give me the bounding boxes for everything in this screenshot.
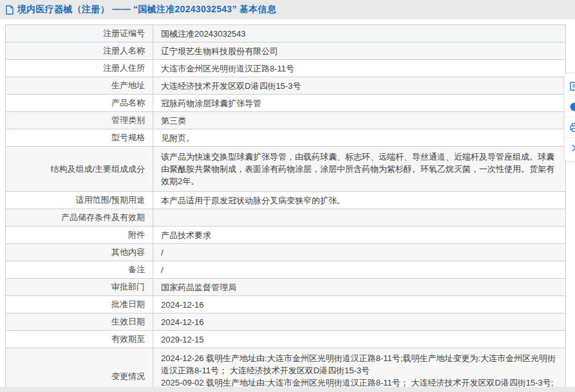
row-value: 第三类	[153, 112, 566, 129]
row-label: 结构及组成/主要组成成分	[6, 147, 153, 192]
row-value: 2024-12-16	[153, 313, 566, 331]
row-value: 国械注准20243032543	[153, 25, 566, 42]
registration-info-table: 注册证编号 国械注准20243032543 注册人名称 辽宁垠艺生物科技股份有限…	[5, 24, 566, 392]
printer-icon[interactable]	[565, 117, 575, 138]
row-label: 其他内容	[6, 244, 153, 261]
page: 境内医疗器械（注册） —— “国械注准20243032543” 基本信息 注册证…	[0, 0, 575, 392]
table-row-change-history: 变更情况 2024-12-26 载明生产地址由:大连市金州区光明街道汉正路8-1…	[6, 348, 566, 392]
table-row: 管理类别 第三类	[6, 112, 566, 129]
row-value	[153, 209, 566, 227]
row-label: 附件	[6, 227, 153, 244]
row-value: 2024-12-16	[153, 296, 566, 313]
row-value: /	[153, 244, 566, 261]
table-row: 批准日期 2024-12-16	[6, 296, 566, 313]
row-label: 管理类别	[6, 112, 153, 129]
row-label: 注册人住所	[6, 60, 153, 77]
table-row: 生效日期 2024-12-16	[6, 313, 566, 331]
table-row: 产品储存条件及有效期	[6, 209, 566, 227]
row-label: 型号规格	[6, 129, 153, 147]
row-value: 本产品适用于原发冠状动脉分叉病变狭窄的扩张。	[153, 192, 566, 209]
row-label: 备注	[6, 261, 153, 279]
row-value: 见附页。	[153, 129, 566, 147]
row-value: 产品技术要求	[153, 227, 566, 244]
floating-toolbar	[564, 73, 575, 162]
table-row: 注册人住所 大连市金州区光明街道汉正路8-11号	[6, 60, 566, 77]
row-label: 产品名称	[6, 95, 153, 112]
table-row: 适用范围/预期用途 本产品适用于原发冠状动脉分叉病变狭窄的扩张。	[6, 192, 566, 209]
row-value: 该产品为快速交换型球囊扩张导管，由载药球囊、标志环、远端杆、导丝通道、近端杆及导…	[153, 147, 566, 192]
row-value: 国家药品监督管理局	[153, 279, 566, 296]
row-value: 2024-12-26 载明生产地址由:大连市金州区光明街道汉正路8-11号;载明…	[153, 348, 566, 392]
table-row: 审批部门 国家药品监督管理局	[6, 279, 566, 296]
table-row: 产品名称 冠脉药物涂层球囊扩张导管	[6, 95, 566, 112]
table-row: 附件 产品技术要求	[6, 227, 566, 244]
table-row: 生产地址 大连经济技术开发区双D港四街15-3号	[6, 77, 566, 95]
row-label: 有效期至	[6, 331, 153, 348]
report-icon[interactable]	[565, 76, 575, 97]
collapse-arrow-icon[interactable]	[565, 138, 575, 158]
change-entry: 2024-12-26 载明生产地址由:大连市金州区光明街道汉正路8-11号;载明…	[161, 352, 558, 377]
row-label: 生产地址	[6, 77, 153, 95]
row-value: 辽宁垠艺生物科技股份有限公司	[153, 42, 566, 60]
row-label: 审批部门	[6, 279, 153, 296]
row-value: /	[153, 261, 566, 279]
message-circle-icon[interactable]	[565, 97, 575, 117]
row-value: 大连经济技术开发区双D港四街15-3号	[153, 77, 566, 95]
row-value: 2029-12-15	[153, 331, 566, 348]
table-row: 注册人名称 辽宁垠艺生物科技股份有限公司	[6, 42, 566, 60]
page-title: 境内医疗器械（注册） —— “国械注准20243032543” 基本信息	[17, 4, 276, 15]
row-label: 批准日期	[6, 296, 153, 313]
row-label: 适用范围/预期用途	[6, 192, 153, 209]
table-row: 其他内容 /	[6, 244, 566, 261]
row-label: 注册证编号	[6, 25, 153, 42]
table-row: 有效期至 2029-12-15	[6, 331, 566, 348]
row-value: 大连市金州区光明街道汉正路8-11号	[153, 60, 566, 77]
section-header: 境内医疗器械（注册） —— “国械注准20243032543” 基本信息	[0, 0, 575, 19]
row-label: 产品储存条件及有效期	[6, 209, 153, 227]
row-label: 变更情况	[6, 348, 153, 392]
row-label: 注册人名称	[6, 42, 153, 60]
table-row: 注册证编号 国械注准20243032543	[6, 25, 566, 42]
next-section-band	[0, 387, 575, 392]
table-row: 型号规格 见附页。	[6, 129, 566, 147]
row-value: 冠脉药物涂层球囊扩张导管	[153, 95, 566, 112]
table-row: 结构及组成/主要组成成分 该产品为快速交换型球囊扩张导管，由载药球囊、标志环、远…	[6, 147, 566, 192]
table-row: 备注 /	[6, 261, 566, 279]
row-label: 生效日期	[6, 313, 153, 331]
document-icon	[5, 5, 14, 15]
